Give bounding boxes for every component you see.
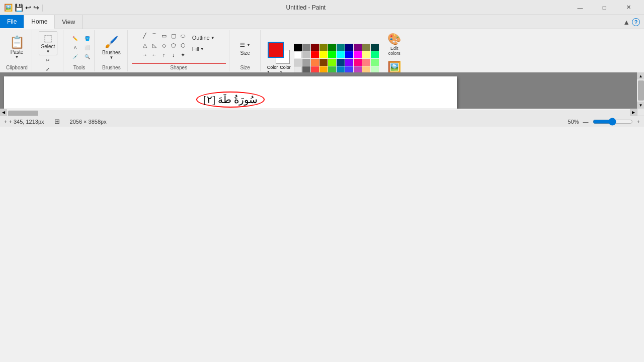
canvas-wrapper[interactable]: سُورَةُ طَهَ [٢] يُسِحُتُ بِالْفَتْحَيْن… bbox=[0, 72, 637, 109]
shape-diamond[interactable]: ◇ bbox=[159, 41, 169, 50]
scroll-left-button[interactable]: ◀ bbox=[0, 109, 7, 116]
outline-dropdown[interactable]: Outline ▼ bbox=[190, 33, 217, 42]
main-area: سُورَةُ طَهَ [٢] يُسِحُتُ بِالْفَتْحَيْن… bbox=[0, 72, 644, 116]
fill-tool-icon: 🪣 bbox=[85, 36, 90, 41]
tab-file[interactable]: File bbox=[0, 15, 24, 29]
shape-triangle[interactable]: △ bbox=[140, 41, 149, 50]
palette-purple[interactable] bbox=[354, 44, 362, 51]
scroll-track-h[interactable] bbox=[7, 110, 630, 115]
palette-hotpink[interactable] bbox=[354, 59, 362, 66]
fill-dropdown[interactable]: Fill ▼ bbox=[190, 44, 217, 53]
tab-view[interactable]: View bbox=[55, 15, 83, 29]
paste-button[interactable]: 📋 Paste ▼ bbox=[6, 34, 28, 62]
palette-olive[interactable] bbox=[319, 44, 328, 51]
crop-button[interactable]: ✂ bbox=[39, 56, 58, 64]
palette-mintgreen[interactable] bbox=[371, 59, 379, 66]
scroll-thumb-h[interactable] bbox=[8, 111, 38, 116]
palette-salmon[interactable] bbox=[362, 59, 370, 66]
palette-cyan[interactable] bbox=[337, 51, 345, 58]
shape-arrow-down[interactable]: ↓ bbox=[169, 50, 178, 59]
palette-black[interactable] bbox=[294, 44, 302, 51]
palette-lime[interactable] bbox=[328, 51, 336, 58]
paint-canvas[interactable]: سُورَةُ طَهَ [٢] يُسِحُتُ بِالْفَتْحَيْن… bbox=[4, 76, 457, 109]
clipboard-content: 📋 Paste ▼ bbox=[6, 31, 28, 64]
shape-ellipse[interactable]: ⬭ bbox=[179, 31, 188, 40]
palette-springgreen[interactable] bbox=[371, 51, 379, 58]
zoom-plus-button[interactable]: + bbox=[637, 119, 640, 125]
ribbon-group-colors: Color1 Color2 bbox=[262, 30, 413, 71]
scroll-up-button[interactable]: ▲ bbox=[637, 72, 645, 79]
eraser-button[interactable]: ⬜ bbox=[80, 44, 95, 52]
tab-home[interactable]: Home bbox=[24, 15, 55, 29]
zoom-minus-button[interactable]: — bbox=[583, 119, 589, 125]
palette-navy[interactable] bbox=[345, 44, 353, 51]
shape-pentagon[interactable]: ⬠ bbox=[169, 41, 178, 50]
clipboard-group-label: Clipboard bbox=[6, 64, 28, 70]
shape-hexagon[interactable]: ⬡ bbox=[179, 41, 188, 50]
palette-darkgreen[interactable] bbox=[328, 44, 336, 51]
scroll-down-button[interactable]: ▼ bbox=[637, 102, 645, 109]
ribbon-group-tools: ✏️ 🪣 A ⬜ 💉 🔍 Tools bbox=[64, 30, 95, 71]
fill-arrow: ▼ bbox=[200, 47, 204, 51]
palette-teal[interactable] bbox=[337, 44, 345, 51]
fill-tool-button[interactable]: 🪣 bbox=[80, 35, 95, 43]
horizontal-scrollbar[interactable]: ◀ ▶ bbox=[0, 109, 637, 116]
maximize-button[interactable]: □ bbox=[593, 0, 616, 15]
scroll-thumb-v[interactable] bbox=[638, 80, 644, 101]
palette-chartreuse[interactable] bbox=[328, 59, 336, 66]
shape-curve[interactable]: ⌒ bbox=[150, 31, 159, 40]
brushes-button[interactable]: 🖌️ Brushes ▼ bbox=[99, 33, 124, 62]
ribbon-collapse-icon[interactable]: ▲ bbox=[623, 18, 630, 26]
palette-lightyellow[interactable] bbox=[362, 51, 370, 58]
palette-cerulean[interactable] bbox=[337, 59, 345, 66]
shape-rect[interactable]: ▭ bbox=[159, 31, 169, 40]
palette-violet[interactable] bbox=[345, 59, 353, 66]
zoom-slider[interactable] bbox=[593, 120, 633, 124]
palette-gray[interactable] bbox=[302, 44, 310, 51]
outline-label: Outline bbox=[192, 35, 210, 41]
shape-star4[interactable]: ✦ bbox=[179, 50, 188, 59]
palette-darkteal[interactable] bbox=[371, 44, 379, 51]
palette-silver[interactable] bbox=[302, 51, 310, 58]
window-controls[interactable]: — □ ✕ bbox=[569, 0, 640, 15]
scroll-right-button[interactable]: ▶ bbox=[630, 109, 637, 116]
palette-darkgray[interactable] bbox=[302, 59, 310, 66]
select-button[interactable]: ⬚ Select ▼ bbox=[39, 31, 58, 55]
edit-colors-button[interactable]: 🎨 Editcolors bbox=[382, 31, 407, 57]
magnifier-button[interactable]: 🔍 bbox=[80, 53, 95, 61]
save-icon[interactable]: 💾 bbox=[15, 4, 23, 12]
help-icon[interactable]: ? bbox=[632, 18, 640, 26]
palette-blue[interactable] bbox=[345, 51, 353, 58]
shape-line[interactable]: ╱ bbox=[140, 31, 149, 40]
undo-icon[interactable]: ↩ bbox=[25, 4, 31, 12]
palette-white[interactable] bbox=[294, 51, 302, 58]
brushes-dropdown[interactable]: ▼ bbox=[109, 55, 113, 60]
minimize-button[interactable]: — bbox=[569, 0, 592, 15]
palette-yellow[interactable] bbox=[319, 51, 328, 58]
hscroll-area: ◀ ▶ bbox=[0, 109, 644, 116]
select-dropdown[interactable]: ▼ bbox=[46, 49, 50, 54]
scroll-track-v[interactable] bbox=[637, 79, 645, 102]
color-1-swatch[interactable] bbox=[268, 42, 284, 58]
palette-magenta[interactable] bbox=[354, 51, 362, 58]
close-button[interactable]: ✕ bbox=[617, 0, 640, 15]
palette-darkyellow[interactable] bbox=[362, 44, 370, 51]
palette-red[interactable] bbox=[311, 51, 319, 58]
size-group-label: Size bbox=[240, 64, 250, 70]
paste-dropdown-arrow[interactable]: ▼ bbox=[15, 55, 19, 59]
palette-orange[interactable] bbox=[311, 59, 319, 66]
palette-lightgray[interactable] bbox=[294, 59, 302, 66]
shape-arrow-right[interactable]: → bbox=[140, 50, 149, 59]
shape-right-triangle[interactable]: ◺ bbox=[150, 41, 159, 50]
size-dropdown-arrow[interactable]: ▼ bbox=[247, 43, 251, 47]
shape-roundrect[interactable]: ▢ bbox=[169, 31, 178, 40]
size-button[interactable]: ≡ ▼ Size bbox=[236, 33, 254, 63]
palette-brown[interactable] bbox=[319, 59, 328, 66]
shape-arrow-left[interactable]: ← bbox=[150, 50, 159, 59]
palette-darkred[interactable] bbox=[311, 44, 319, 51]
vertical-scrollbar[interactable]: ▲ ▼ bbox=[637, 72, 644, 109]
redo-icon[interactable]: ↪ bbox=[33, 4, 39, 12]
shape-arrow-up[interactable]: ↑ bbox=[159, 50, 169, 59]
image-size-value: 2056 × 3858px bbox=[70, 119, 107, 125]
size-content: ≡ ▼ Size bbox=[236, 31, 254, 64]
